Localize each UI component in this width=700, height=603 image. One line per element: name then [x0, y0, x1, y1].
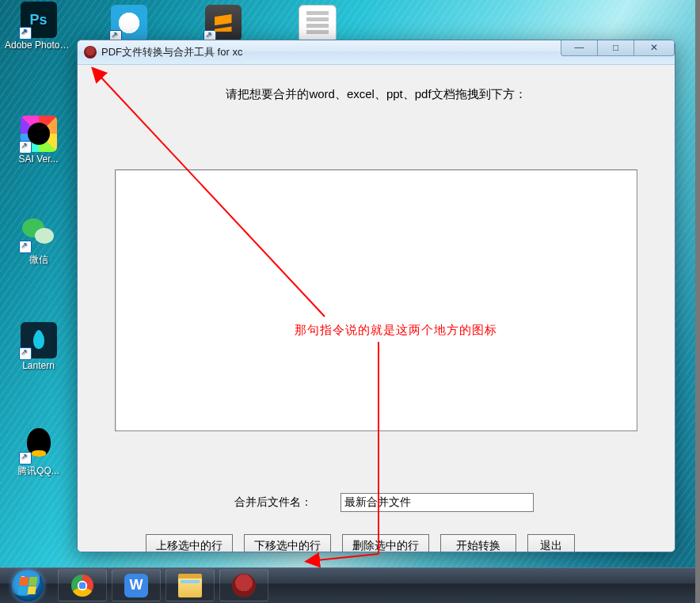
- shortcut-badge-icon: [19, 141, 32, 154]
- move-down-button[interactable]: 下移选中的行: [244, 534, 331, 552]
- document-icon: [299, 5, 337, 43]
- chrome-icon: [71, 575, 93, 597]
- minimize-button[interactable]: —: [561, 40, 598, 56]
- desktop-icon-photoshop[interactable]: Ps Adobe Photosh..: [5, 0, 72, 52]
- drop-area[interactable]: [115, 169, 637, 431]
- close-icon: ✕: [650, 42, 658, 53]
- sublime-icon: [205, 5, 242, 41]
- app-face-icon: [232, 574, 256, 597]
- window-title: PDF文件转换与合并工具 for xc: [101, 45, 242, 59]
- taskbar: W: [0, 567, 700, 603]
- instruction-text: 请把想要合并的word、excel、ppt、pdf文档拖拽到下方：: [78, 65, 675, 102]
- wps-icon: W: [124, 574, 148, 597]
- desktop-icon-sai[interactable]: SAI Ver...: [5, 114, 72, 166]
- qq-icon: [21, 427, 57, 463]
- desktop-icon-qq[interactable]: 腾讯QQ...: [5, 425, 72, 480]
- svg-line-2: [317, 554, 379, 560]
- sai-icon: [21, 116, 57, 152]
- explorer-icon: [178, 574, 202, 597]
- desktop-icons-column: Ps Adobe Photosh.. SAI Ver... 微信 Lantern…: [5, 0, 76, 480]
- desktop-icon-lantern[interactable]: Lantern: [5, 320, 72, 373]
- move-up-button[interactable]: 上移选中的行: [146, 534, 233, 552]
- shortcut-badge-icon: [19, 27, 32, 40]
- right-border-strip: [695, 0, 700, 603]
- shortcut-badge-icon: [19, 452, 32, 465]
- close-button[interactable]: ✕: [634, 40, 675, 56]
- exit-button[interactable]: 退出: [527, 534, 575, 552]
- window-body: 请把想要合并的word、excel、ppt、pdf文档拖拽到下方： 合并后文件名…: [78, 65, 675, 552]
- titlebar[interactable]: PDF文件转换与合并工具 for xc — □ ✕: [78, 40, 675, 65]
- wechat-icon: [21, 215, 57, 252]
- app-icon: [84, 46, 97, 59]
- desktop-icon-label: 微信: [5, 253, 72, 267]
- annotation-text: 那句指令说的就是这两个地方的图标: [295, 323, 497, 338]
- taskbar-item-explorer[interactable]: [165, 569, 215, 601]
- desktop-icon-label: Adobe Photosh..: [5, 40, 72, 51]
- start-button[interactable]: [0, 567, 55, 603]
- taskbar-item-chrome[interactable]: [58, 569, 107, 601]
- desktop-icon-wechat[interactable]: 微信: [5, 214, 72, 268]
- delete-row-button[interactable]: 删除选中的行: [342, 534, 429, 552]
- wangwang-icon: [111, 5, 147, 41]
- desktop: Ps Adobe Photosh.. SAI Ver... 微信 Lantern…: [0, 0, 700, 603]
- start-convert-button[interactable]: 开始转换: [440, 534, 516, 552]
- windows-logo-icon: [12, 570, 44, 601]
- taskbar-item-app[interactable]: [219, 569, 268, 601]
- taskbar-item-wps[interactable]: W: [112, 569, 161, 601]
- window-controls: — □ ✕: [561, 40, 675, 56]
- lantern-icon: [21, 322, 57, 358]
- desktop-icon-label: SAI Ver...: [5, 154, 72, 165]
- maximize-button[interactable]: □: [598, 40, 634, 56]
- filename-input[interactable]: [340, 493, 534, 512]
- maximize-icon: □: [613, 42, 618, 53]
- filename-label: 合并后文件名：: [234, 495, 312, 510]
- minimize-icon: —: [575, 42, 584, 53]
- desktop-icon-label: Lantern: [5, 360, 72, 371]
- button-row: 上移选中的行 下移选中的行 删除选中的行 开始转换 退出: [146, 534, 575, 552]
- app-window: PDF文件转换与合并工具 for xc — □ ✕ 请把想要合并的word、ex…: [77, 40, 675, 552]
- desktop-icon-label: 腾讯QQ...: [5, 465, 72, 478]
- shortcut-badge-icon: [19, 347, 32, 360]
- shortcut-badge-icon: [19, 241, 32, 253]
- photoshop-icon: Ps: [21, 2, 57, 38]
